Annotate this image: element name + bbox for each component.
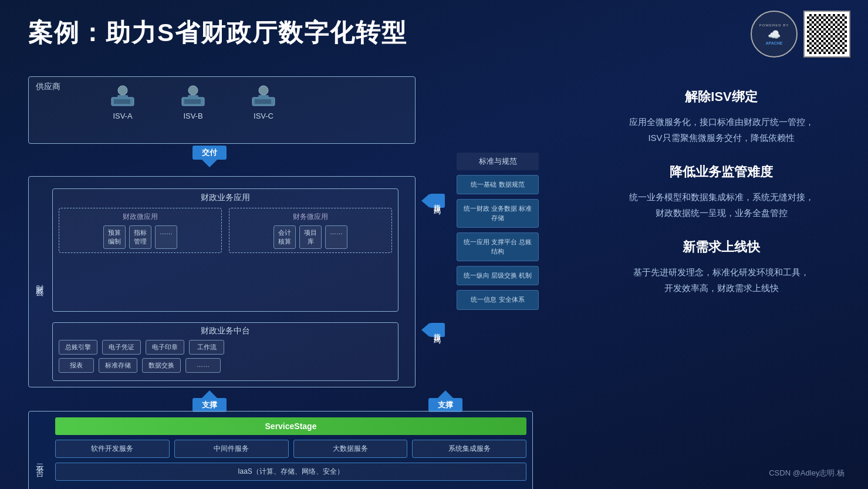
- isv-c-item: ISV-C: [246, 83, 281, 120]
- svg-point-6: [188, 86, 198, 95]
- cloud-service-3: 系统集成服务: [412, 440, 526, 458]
- right-section-0-title: 解除ISV绑定: [598, 88, 845, 106]
- right-section-2-title: 新需求上线快: [598, 238, 845, 256]
- isv-b-figure: [175, 83, 211, 109]
- standard-item-0: 统一基础 数据规范: [457, 175, 539, 194]
- isv-b-label: ISV-B: [183, 112, 202, 120]
- svg-rect-3: [117, 95, 128, 99]
- svg-rect-11: [258, 95, 269, 99]
- guide-arrow-top: 指导规约: [421, 194, 445, 208]
- right-panel: 解除ISV绑定 应用全微服务化，接口标准由财政厅统一管控，ISV只需聚焦微服务交…: [598, 88, 845, 313]
- right-section-1: 降低业务监管难度 统一业务模型和数据集成标准，系统无缝对接，财政数据统一呈现，业…: [598, 163, 845, 221]
- cloud-platform-box: 云平台 ServiceStage 软件开发服务 中间件服务 大数据服务 系统集成…: [28, 411, 533, 489]
- micro-item-zhibiao: 指标管理: [129, 225, 151, 249]
- guide-top-triangle: [421, 194, 430, 208]
- micro-app-left: 财政微应用 预算编制 指标管理 ……: [59, 208, 222, 253]
- svg-rect-1: [114, 99, 130, 104]
- qr-pattern: [807, 14, 847, 54]
- right-section-0: 解除ISV绑定 应用全微服务化，接口标准由财政厅统一管控，ISV只需聚焦微服务交…: [598, 88, 845, 146]
- delivery-arrow-triangle: [201, 159, 218, 167]
- middle-item-ellipsis3: ……: [185, 358, 221, 373]
- micro-app-left-items: 预算编制 指标管理 ……: [64, 225, 217, 249]
- delivery-arrow: 交付: [192, 146, 227, 167]
- biz-middle-title: 财政业务中台: [53, 323, 398, 336]
- isv-c-label: ISV-C: [254, 112, 273, 120]
- svg-rect-5: [184, 99, 201, 104]
- iaas-bar: IaaS（计算、存储、网络、安全）: [55, 463, 526, 481]
- micro-apps-row: 财政微应用 预算编制 指标管理 …… 财务微应用 会计核算 项目库 ……: [59, 208, 392, 253]
- isv-b-item: ISV-B: [175, 83, 211, 120]
- diagram-area: 供应商 ISV-A: [28, 76, 539, 460]
- micro-item-kuaiji: 会计核算: [273, 225, 296, 249]
- isv-a-label: ISV-A: [113, 112, 132, 120]
- servicestage-bar: ServiceStage: [55, 417, 526, 435]
- support-right-label: 支撑: [428, 398, 462, 412]
- isv-c-icon: [248, 83, 280, 109]
- apache-text: APACHE: [765, 41, 782, 45]
- cloud-service-0: 软件开发服务: [55, 440, 170, 458]
- micro-app-right-items: 会计核算 项目库 ……: [234, 225, 387, 249]
- micro-item-ellipsis1: ……: [155, 225, 177, 249]
- standard-item-2: 统一应用 支撑平台 总账结构: [457, 232, 539, 261]
- guide-bottom-label: 指导规约: [430, 323, 445, 337]
- isv-group: ISV-A ISV-B: [105, 83, 281, 120]
- middle-row-2: 报表 标准存储 数据交换 ……: [53, 358, 398, 373]
- middle-item-gongzuoliu: 工作流: [189, 340, 224, 355]
- standard-item-4: 统一信息 安全体系: [457, 290, 539, 309]
- supplier-box: 供应商 ISV-A: [28, 76, 416, 144]
- guide-arrow-bottom: 指导规约: [421, 323, 445, 337]
- footer: CSDN @Adley志明.杨: [769, 468, 845, 478]
- middle-item-dianzipin: 电子凭证: [102, 340, 141, 355]
- right-section-1-title: 降低业务监管难度: [598, 163, 845, 181]
- svg-point-10: [259, 86, 268, 95]
- middle-item-biaozhun: 标准存储: [99, 358, 137, 373]
- right-section-2-text: 基于先进研发理念，标准化研发环境和工具，开发效率高，财政需求上线快: [598, 264, 845, 296]
- guide-bottom-triangle: [421, 323, 430, 337]
- isv-a-item: ISV-A: [105, 83, 140, 120]
- micro-item-yusuan: 预算编制: [103, 225, 126, 249]
- support-left-triangle: [201, 390, 218, 399]
- micro-app-right-title: 财务微应用: [234, 212, 387, 222]
- support-arrow-left: 支撑: [192, 390, 227, 412]
- svg-rect-7: [188, 95, 198, 99]
- biz-middle-box: 财政业务中台 总账引擎 电子凭证 电子印章 工作流 报表 标准存储 数据交换 ……: [52, 322, 398, 381]
- finance-cloud-box: 财政云 财政业务应用 财政微应用 预算编制 指标管理 …… 财务微应用: [28, 176, 416, 387]
- biz-app-title: 财政业务应用: [53, 189, 398, 203]
- top-logos: POWERED BY ☁️ APACHE: [751, 11, 850, 58]
- right-section-0-text: 应用全微服务化，接口标准由财政厅统一管控，ISV只需聚焦微服务交付，降低依赖性: [598, 114, 845, 146]
- middle-item-zongzhang: 总账引擎: [59, 340, 97, 355]
- cloud-service-2: 大数据服务: [293, 440, 408, 458]
- delivery-label: 交付: [192, 146, 227, 160]
- isv-a-icon: [107, 83, 139, 109]
- supplier-label: 供应商: [36, 82, 60, 92]
- support-left-label: 支撑: [192, 398, 227, 412]
- powered-by-badge: POWERED BY ☁️ APACHE: [751, 11, 798, 58]
- middle-item-dianziyin: 电子印章: [146, 340, 184, 355]
- middle-item-shuju: 数据交换: [142, 358, 181, 373]
- right-section-2: 新需求上线快 基于先进研发理念，标准化研发环境和工具，开发效率高，财政需求上线快: [598, 238, 845, 296]
- cloud-inner: ServiceStage 软件开发服务 中间件服务 大数据服务 系统集成服务 I…: [55, 417, 526, 489]
- middle-item-baobiao: 报表: [59, 358, 94, 373]
- standard-item-3: 统一纵向 层级交换 机制: [457, 266, 539, 285]
- middle-row-1: 总账引擎 电子凭证 电子印章 工作流: [53, 340, 398, 355]
- biz-app-box: 财政业务应用 财政微应用 预算编制 指标管理 …… 财务微应用 会计核算: [52, 188, 398, 312]
- micro-item-xiangmu: 项目库: [299, 225, 322, 249]
- qr-code: [803, 11, 850, 58]
- standard-item-1: 统一财政 业务数据 标准存储: [457, 199, 539, 228]
- support-right-triangle: [437, 390, 454, 399]
- standards-panel: 标准与规范 统一基础 数据规范 统一财政 业务数据 标准存储 统一应用 支撑平台…: [457, 153, 539, 325]
- support-row: 支撑 支撑: [28, 390, 539, 412]
- finance-cloud-label: 财政云: [35, 278, 45, 285]
- micro-item-ellipsis2: ……: [325, 225, 347, 249]
- cloud-services-row: 软件开发服务 中间件服务 大数据服务 系统集成服务: [55, 440, 526, 458]
- svg-rect-9: [255, 99, 271, 104]
- micro-app-right: 财务微应用 会计核算 项目库 ……: [229, 208, 392, 253]
- servicecomb-icon: ☁️: [768, 28, 781, 41]
- cloud-service-1: 中间件服务: [174, 440, 289, 458]
- isv-b-icon: [177, 83, 210, 109]
- standards-title: 标准与规范: [457, 153, 539, 170]
- guide-top-label: 指导规约: [430, 194, 445, 208]
- svg-point-2: [118, 86, 127, 95]
- micro-app-left-title: 财政微应用: [64, 212, 217, 222]
- cloud-platform-label: 云平台: [35, 457, 45, 464]
